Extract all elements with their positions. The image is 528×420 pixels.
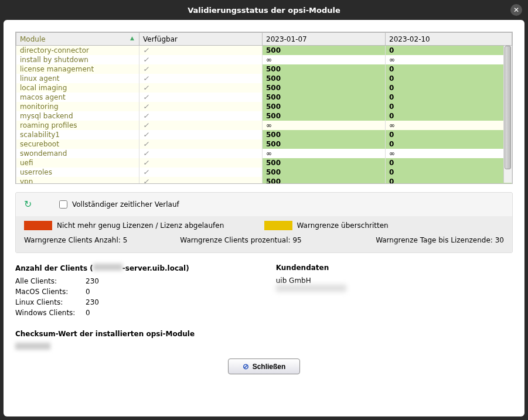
table-row[interactable]: license management✓5000 <box>16 64 512 74</box>
col-header-date2[interactable]: 2023-02-10 <box>386 33 512 46</box>
cell-date2: ∞ <box>386 121 512 130</box>
cell-date1: 500 <box>263 130 386 139</box>
table-row[interactable]: linux agent✓5000 <box>16 74 512 83</box>
customer-name: uib GmbH <box>276 276 513 285</box>
cell-available: ✓ <box>139 177 263 184</box>
table-row[interactable]: swondemand✓∞∞ <box>16 149 512 158</box>
close-window-button[interactable]: ✕ <box>510 4 522 16</box>
cell-module: monitoring <box>16 102 139 111</box>
table-row[interactable]: uefi✓5000 <box>16 158 512 168</box>
cell-module: vpn <box>16 177 139 184</box>
cell-date1: 500 <box>263 158 386 168</box>
cell-date1: 500 <box>263 74 386 83</box>
cell-date1: 500 <box>263 177 386 184</box>
table-row[interactable]: userroles✓5000 <box>16 168 512 177</box>
legend-swatch-red <box>24 221 52 230</box>
reload-icon[interactable]: ↻ <box>24 199 36 210</box>
controls-panel: ↻ Vollständiger zeitlicher Verlauf Nicht… <box>15 192 513 253</box>
cell-module: mysql backend <box>16 111 139 121</box>
table-row[interactable]: mysql backend✓5000 <box>16 111 512 121</box>
table-row[interactable]: vpn✓5000 <box>16 177 512 184</box>
table-row[interactable]: scalability1✓5000 <box>16 130 512 139</box>
table-row[interactable]: macos agent✓5000 <box>16 93 512 102</box>
cell-module: directory-connector <box>16 46 139 56</box>
cell-date1: ∞ <box>263 149 386 158</box>
cell-date2: 0 <box>386 168 512 177</box>
cell-date1: 500 <box>263 139 386 149</box>
window-body: Module Verfügbar 2023-01-07 2023-02-10 d… <box>4 20 524 416</box>
threshold-days: Warngrenze Tage bis Lizenzende: 30 <box>376 236 504 244</box>
cell-date1: ∞ <box>263 55 386 64</box>
cell-module: secureboot <box>16 139 139 149</box>
full-history-checkbox-input[interactable] <box>59 200 67 209</box>
cell-date1: 500 <box>263 111 386 121</box>
cell-available: ✓ <box>139 168 263 177</box>
cell-available: ✓ <box>139 139 263 149</box>
cell-date2: ∞ <box>386 55 512 64</box>
clients-windows: Windows Clients:0 <box>15 309 276 317</box>
cell-date2: 0 <box>386 74 512 83</box>
legend-yellow-label: Warngrenze überschritten <box>297 221 389 230</box>
cell-date1: 500 <box>263 83 386 93</box>
cell-date2: ∞ <box>386 149 512 158</box>
cell-date2: 0 <box>386 64 512 74</box>
cell-module: swondemand <box>16 149 139 158</box>
redacted-customer-detail <box>276 285 346 292</box>
table-header-row: Module Verfügbar 2023-01-07 2023-02-10 <box>16 33 512 46</box>
cell-available: ✓ <box>139 121 263 130</box>
cell-date2: 0 <box>386 102 512 111</box>
cell-available: ✓ <box>139 102 263 111</box>
titlebar: Validierungsstatus der opsi-Module ✕ <box>0 0 528 20</box>
full-history-label: Vollständiger zeitlicher Verlauf <box>72 200 179 209</box>
clients-all: Alle Clients:230 <box>15 277 276 285</box>
cell-date1: 500 <box>263 93 386 102</box>
window-title: Validierungsstatus der opsi-Module <box>188 6 340 15</box>
col-header-date1[interactable]: 2023-01-07 <box>263 33 386 46</box>
cell-available: ✓ <box>139 111 263 121</box>
cell-module: license management <box>16 64 139 74</box>
col-header-available[interactable]: Verfügbar <box>139 33 263 46</box>
threshold-percent: Warngrenze Clients prozentual: 95 <box>180 236 301 244</box>
full-history-checkbox[interactable]: Vollständiger zeitlicher Verlauf <box>59 200 179 209</box>
close-button[interactable]: ⊘ Schließen <box>228 358 301 374</box>
cell-date1: 500 <box>263 64 386 74</box>
cell-date1: 500 <box>263 46 386 56</box>
cell-module: install by shutdown <box>16 55 139 64</box>
cell-available: ✓ <box>139 83 263 93</box>
table-row[interactable]: secureboot✓5000 <box>16 139 512 149</box>
scrollbar-thumb[interactable] <box>505 46 511 169</box>
table-row[interactable]: monitoring✓5000 <box>16 102 512 111</box>
threshold-count: Warngrenze Clients Anzahl: 5 <box>24 236 127 244</box>
modules-table: Module Verfügbar 2023-01-07 2023-02-10 d… <box>15 32 513 184</box>
cell-date2: 0 <box>386 158 512 168</box>
cell-available: ✓ <box>139 130 263 139</box>
cell-available: ✓ <box>139 93 263 102</box>
table-scrollbar[interactable] <box>503 46 512 183</box>
cell-module: userroles <box>16 168 139 177</box>
clients-linux: Linux Clients:230 <box>15 298 276 306</box>
clients-heading: Anzahl der Clients (-server.uib.local) <box>15 264 276 272</box>
legend-red-label: Nicht mehr genug Lizenzen / Lizenz abgel… <box>57 221 224 230</box>
cell-module: uefi <box>16 158 139 168</box>
table-row[interactable]: directory-connector✓5000 <box>16 46 512 56</box>
close-button-label: Schließen <box>253 363 286 371</box>
stop-icon: ⊘ <box>243 362 249 371</box>
checksum-heading: Checksum-Wert der installierten opsi-Mod… <box>15 330 513 338</box>
clients-macos: MacOS Clients:0 <box>15 288 276 296</box>
cell-date2: 0 <box>386 130 512 139</box>
cell-date1: 500 <box>263 168 386 177</box>
table-row[interactable]: install by shutdown✓∞∞ <box>16 55 512 64</box>
cell-module: roaming profiles <box>16 121 139 130</box>
cell-date1: 500 <box>263 102 386 111</box>
cell-available: ✓ <box>139 158 263 168</box>
legend-swatch-yellow <box>264 221 292 230</box>
cell-module: linux agent <box>16 74 139 83</box>
col-header-module[interactable]: Module <box>16 33 139 46</box>
cell-module: macos agent <box>16 93 139 102</box>
cell-date2: 0 <box>386 83 512 93</box>
cell-available: ✓ <box>139 74 263 83</box>
table-row[interactable]: local imaging✓5000 <box>16 83 512 93</box>
cell-date2: 0 <box>386 46 512 56</box>
cell-date2: 0 <box>386 177 512 184</box>
table-row[interactable]: roaming profiles✓∞∞ <box>16 121 512 130</box>
